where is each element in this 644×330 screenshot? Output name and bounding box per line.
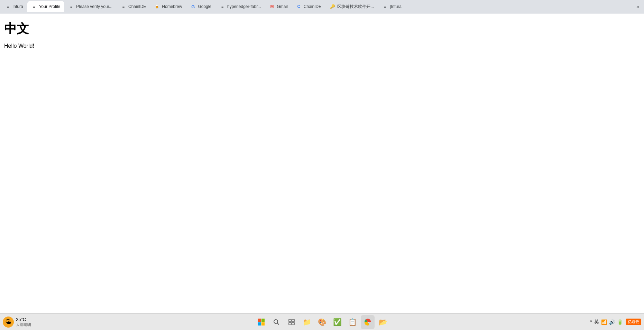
chainide2-icon: C [296,4,302,9]
task-view-button[interactable] [285,315,298,329]
todo-icon: ✅ [333,318,342,326]
tab-infura-1[interactable]: ≡ Infura [1,1,27,12]
tab-hyperledger[interactable]: ≡ hyperledger-fabr... [215,1,265,12]
files-button[interactable]: 📂 [376,315,390,329]
tab-hyperledger-label: hyperledger-fabr... [227,4,261,9]
tab-infura-1-label: Infura [12,4,23,9]
language-indicator[interactable]: 英 [594,319,599,325]
tab-bar: ≡ Infura ≡ Your Profile ≡ Please verify … [0,0,644,13]
app5-icon: 📋 [348,318,357,326]
taskbar-right: ^ 英 📶 🔊 🔋 亿速云 [572,319,641,325]
search-icon [273,319,279,325]
paint-icon: 🎨 [318,318,326,326]
file-explorer-button[interactable]: 📁 [300,315,314,329]
windows-start-button[interactable] [254,315,268,329]
tab-gmail-label: Gmail [277,4,287,9]
battery-icon[interactable]: 🔋 [617,319,623,325]
tab-chainide-1[interactable]: ≡ ChainIDE [117,1,150,12]
tab-infura-2[interactable]: ≡ |Infura [378,1,406,12]
taskbar-left: 🌤 25°C 大部晴朗 [3,317,72,328]
tab-please-verify[interactable]: ≡ Please verify your... [64,1,117,12]
svg-line-5 [277,323,279,324]
blockchain-icon: 🔑 [330,4,335,9]
svg-rect-9 [292,322,294,325]
svg-rect-7 [292,319,294,322]
tab-gmail[interactable]: M Gmail [265,1,292,12]
svg-rect-0 [258,319,261,322]
tab-chainide-2[interactable]: C ChainIDE [292,1,325,12]
chrome-icon [364,318,371,326]
gmail-icon: M [269,4,275,9]
weather-widget[interactable]: 🌤 25°C 大部晴朗 [3,317,31,328]
tab-blockchain[interactable]: 🔑 区块链技术软件开... [325,1,378,12]
tab-infura-2-label: |Infura [390,4,402,9]
svg-rect-1 [261,319,265,322]
page-subtitle: Hello World! [4,43,640,49]
wifi-icon[interactable]: 📶 [601,319,607,325]
svg-rect-3 [261,322,265,326]
yiyun-badge[interactable]: 亿速云 [626,319,641,325]
weather-info: 25°C 大部晴朗 [16,317,31,327]
tab-homebrew[interactable]: 🍺 Homebrew [150,1,186,12]
verify-icon: ≡ [68,4,74,9]
taskbar: 🌤 25°C 大部晴朗 [0,313,644,330]
tab-blockchain-label: 区块链技术软件开... [337,4,374,10]
more-tabs-icon: » [636,4,639,9]
your-profile-icon: ≡ [31,4,37,9]
svg-rect-6 [289,319,291,322]
volume-icon[interactable]: 🔊 [609,319,615,325]
system-tray: ^ 英 📶 🔊 🔋 [590,319,623,325]
homebrew-icon: 🍺 [154,4,160,9]
tab-chainide-2-label: ChainIDE [304,4,321,9]
tab-verify-label: Please verify your... [76,4,112,9]
chainide1-icon: ≡ [121,4,126,9]
tab-your-profile[interactable]: ≡ Your Profile [27,1,65,12]
hyperledger-icon: ≡ [220,4,225,9]
tab-google-label: Google [198,4,211,9]
svg-rect-2 [258,322,261,326]
weather-icon: 🌤 [3,317,14,328]
task-view-icon [288,319,295,325]
windows-logo-icon [258,319,265,326]
show-hidden-icons-button[interactable]: ^ [590,319,592,325]
files-icon: 📂 [379,318,387,326]
tab-google[interactable]: G Google [186,1,215,12]
tab-chainide-1-label: ChainIDE [128,4,146,9]
infura2-icon: ≡ [382,4,388,9]
chrome-button[interactable] [361,315,375,329]
svg-rect-8 [289,322,291,325]
taskbar-center: 📁 🎨 ✅ 📋 📂 [73,315,571,329]
file-explorer-icon: 📁 [303,318,311,326]
tab-your-profile-label: Your Profile [39,4,61,9]
main-content: 中文 Hello World! [0,13,644,302]
weather-description: 大部晴朗 [16,322,31,327]
app5-button[interactable]: 📋 [346,315,359,329]
weather-temperature: 25°C [16,317,31,322]
todo-button[interactable]: ✅ [330,315,344,329]
page-title: 中文 [4,20,640,37]
more-tabs-button[interactable]: » [633,2,643,11]
google-icon: G [190,4,196,9]
paint-button[interactable]: 🎨 [315,315,329,329]
search-button[interactable] [269,315,283,329]
infura-1-icon: ≡ [6,4,10,9]
tab-homebrew-label: Homebrew [162,4,182,9]
